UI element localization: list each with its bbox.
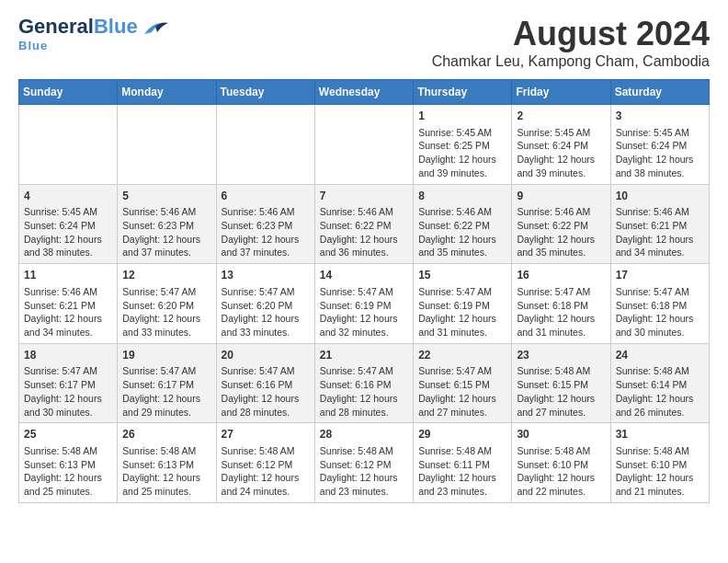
day-info: Daylight: 12 hours bbox=[418, 153, 506, 167]
day-info: Daylight: 12 hours bbox=[122, 471, 210, 485]
week-row-5: 25Sunrise: 5:48 AMSunset: 6:13 PMDayligh… bbox=[19, 423, 710, 503]
calendar-body: 1Sunrise: 5:45 AMSunset: 6:25 PMDaylight… bbox=[19, 105, 710, 503]
day-number: 13 bbox=[222, 268, 310, 283]
day-info: Sunset: 6:21 PM bbox=[24, 299, 112, 313]
day-info: Daylight: 12 hours bbox=[122, 392, 210, 406]
day-info: Sunset: 6:20 PM bbox=[122, 299, 210, 313]
day-info: Sunrise: 5:45 AM bbox=[616, 126, 704, 140]
day-info: and 22 minutes. bbox=[517, 485, 605, 499]
day-info: Sunrise: 5:47 AM bbox=[616, 285, 704, 299]
day-info: Daylight: 12 hours bbox=[24, 233, 112, 247]
day-info: and 24 minutes. bbox=[222, 485, 310, 499]
day-info: Sunrise: 5:48 AM bbox=[122, 444, 210, 458]
day-info: Sunrise: 5:45 AM bbox=[418, 126, 506, 140]
day-info: Sunrise: 5:48 AM bbox=[616, 444, 704, 458]
calendar-cell: 23Sunrise: 5:48 AMSunset: 6:15 PMDayligh… bbox=[512, 343, 610, 423]
calendar-cell: 10Sunrise: 5:46 AMSunset: 6:21 PMDayligh… bbox=[610, 184, 709, 264]
calendar-cell: 17Sunrise: 5:47 AMSunset: 6:18 PMDayligh… bbox=[610, 264, 709, 344]
day-info: Daylight: 12 hours bbox=[517, 233, 605, 247]
day-info: Daylight: 12 hours bbox=[122, 312, 210, 326]
day-number: 3 bbox=[616, 109, 704, 124]
day-info: Sunset: 6:22 PM bbox=[517, 219, 605, 233]
day-number: 27 bbox=[222, 427, 310, 442]
day-info: and 34 minutes. bbox=[616, 246, 704, 259]
calendar-cell: 29Sunrise: 5:48 AMSunset: 6:11 PMDayligh… bbox=[414, 423, 512, 503]
day-info: Daylight: 12 hours bbox=[616, 312, 704, 326]
calendar-cell: 21Sunrise: 5:47 AMSunset: 6:16 PMDayligh… bbox=[314, 343, 413, 423]
day-info: Sunset: 6:23 PM bbox=[222, 219, 310, 233]
day-number: 15 bbox=[418, 268, 506, 283]
day-info: Sunrise: 5:46 AM bbox=[517, 205, 605, 219]
day-info: Sunset: 6:12 PM bbox=[222, 458, 310, 472]
day-info: Sunset: 6:15 PM bbox=[517, 378, 605, 392]
day-info: Daylight: 12 hours bbox=[122, 233, 210, 247]
day-info: and 35 minutes. bbox=[418, 246, 506, 259]
calendar-cell: 11Sunrise: 5:46 AMSunset: 6:21 PMDayligh… bbox=[19, 264, 118, 344]
calendar-cell: 25Sunrise: 5:48 AMSunset: 6:13 PMDayligh… bbox=[19, 423, 118, 503]
day-info: Sunset: 6:17 PM bbox=[122, 378, 210, 392]
calendar-cell: 19Sunrise: 5:47 AMSunset: 6:17 PMDayligh… bbox=[118, 343, 216, 423]
day-info: Sunset: 6:23 PM bbox=[122, 219, 210, 233]
day-info: Daylight: 12 hours bbox=[616, 233, 704, 247]
day-info: Sunset: 6:19 PM bbox=[418, 299, 506, 313]
calendar-cell: 22Sunrise: 5:47 AMSunset: 6:15 PMDayligh… bbox=[414, 343, 512, 423]
page-subtitle: Chamkar Leu, Kampong Cham, Cambodia bbox=[432, 53, 710, 70]
day-info: Sunrise: 5:47 AM bbox=[418, 285, 506, 299]
day-info: and 30 minutes. bbox=[24, 406, 112, 419]
logo-blue: Blue bbox=[94, 15, 138, 38]
day-info: and 39 minutes. bbox=[517, 167, 605, 180]
week-row-3: 11Sunrise: 5:46 AMSunset: 6:21 PMDayligh… bbox=[19, 264, 710, 344]
day-info: Daylight: 12 hours bbox=[418, 312, 506, 326]
day-info: Sunset: 6:25 PM bbox=[418, 139, 506, 153]
header-day-monday: Monday bbox=[118, 80, 216, 105]
day-number: 22 bbox=[418, 348, 506, 363]
day-info: Sunset: 6:14 PM bbox=[616, 378, 704, 392]
page-header: GeneralBlue Blue August 2024 Chamkar Leu… bbox=[18, 15, 710, 70]
logo-subtitle: Blue bbox=[18, 39, 48, 52]
day-info: Daylight: 12 hours bbox=[24, 312, 112, 326]
day-info: and 21 minutes. bbox=[616, 485, 704, 499]
day-info: Sunrise: 5:48 AM bbox=[616, 364, 704, 378]
calendar-cell: 3Sunrise: 5:45 AMSunset: 6:24 PMDaylight… bbox=[610, 105, 709, 185]
day-info: Sunset: 6:21 PM bbox=[616, 219, 704, 233]
calendar-cell: 7Sunrise: 5:46 AMSunset: 6:22 PMDaylight… bbox=[314, 184, 413, 264]
day-info: Sunrise: 5:46 AM bbox=[24, 285, 112, 299]
calendar-header: SundayMondayTuesdayWednesdayThursdayFrid… bbox=[19, 80, 710, 105]
day-info: Sunset: 6:13 PM bbox=[24, 458, 112, 472]
day-info: Sunset: 6:17 PM bbox=[24, 378, 112, 392]
day-info: Daylight: 12 hours bbox=[320, 312, 408, 326]
day-info: Daylight: 12 hours bbox=[616, 153, 704, 167]
day-info: and 23 minutes. bbox=[418, 485, 506, 499]
day-info: Sunset: 6:20 PM bbox=[222, 299, 310, 313]
header-day-saturday: Saturday bbox=[610, 80, 709, 105]
day-info: Daylight: 12 hours bbox=[517, 312, 605, 326]
day-info: Sunrise: 5:46 AM bbox=[222, 205, 310, 219]
day-info: and 23 minutes. bbox=[320, 485, 408, 499]
calendar-cell bbox=[216, 105, 314, 185]
calendar-cell bbox=[19, 105, 118, 185]
day-number: 7 bbox=[320, 189, 408, 204]
day-info: and 38 minutes. bbox=[24, 246, 112, 259]
header-day-tuesday: Tuesday bbox=[216, 80, 314, 105]
logo-icon bbox=[141, 17, 170, 36]
day-info: Daylight: 12 hours bbox=[320, 471, 408, 485]
day-info: Sunset: 6:16 PM bbox=[222, 378, 310, 392]
day-info: Daylight: 12 hours bbox=[616, 471, 704, 485]
calendar-cell: 14Sunrise: 5:47 AMSunset: 6:19 PMDayligh… bbox=[314, 264, 413, 344]
day-info: and 38 minutes. bbox=[616, 167, 704, 180]
day-info: Daylight: 12 hours bbox=[222, 471, 310, 485]
calendar-table: SundayMondayTuesdayWednesdayThursdayFrid… bbox=[18, 79, 710, 503]
day-info: Sunrise: 5:47 AM bbox=[517, 285, 605, 299]
day-number: 25 bbox=[24, 427, 112, 442]
day-info: Daylight: 12 hours bbox=[517, 471, 605, 485]
day-info: Sunrise: 5:46 AM bbox=[320, 205, 408, 219]
title-block: August 2024 Chamkar Leu, Kampong Cham, C… bbox=[432, 15, 710, 70]
day-info: Sunrise: 5:45 AM bbox=[517, 126, 605, 140]
calendar-cell: 4Sunrise: 5:45 AMSunset: 6:24 PMDaylight… bbox=[19, 184, 118, 264]
day-info: Daylight: 12 hours bbox=[616, 392, 704, 406]
day-info: Sunrise: 5:47 AM bbox=[320, 364, 408, 378]
day-info: Daylight: 12 hours bbox=[222, 233, 310, 247]
day-info: and 32 minutes. bbox=[320, 326, 408, 339]
day-info: Sunrise: 5:48 AM bbox=[222, 444, 310, 458]
header-day-thursday: Thursday bbox=[414, 80, 512, 105]
